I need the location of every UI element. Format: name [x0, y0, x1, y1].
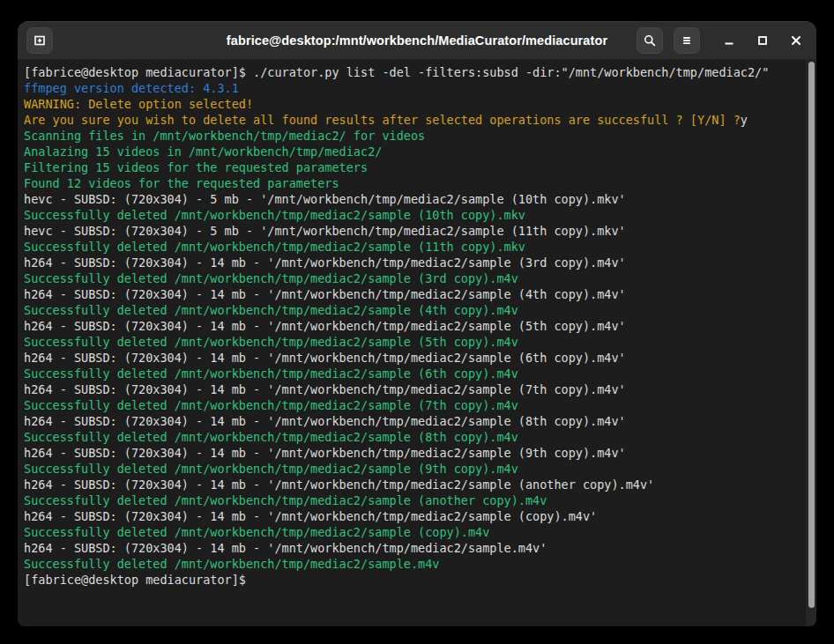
- terminal-line: h264 - SUBSD: (720x304) - 14 mb - '/mnt/…: [24, 255, 800, 270]
- search-icon: [643, 33, 657, 48]
- desktop-background: fabrice@desktop:/mnt/workbench/MediaCura…: [0, 0, 834, 644]
- terminal-line: [fabrice@desktop mediacurator]$: [24, 572, 800, 588]
- terminal-line: h264 - SUBSD: (720x304) - 14 mb - '/mnt/…: [24, 381, 800, 397]
- terminal-line: ffmpeg version detected: 4.3.1: [24, 80, 800, 96]
- terminal-line: Successfully deleted /mnt/workbench/tmp/…: [24, 524, 800, 540]
- terminal-line: Successfully deleted /mnt/workbench/tmp/…: [24, 334, 800, 350]
- terminal-line: Found 12 videos for the requested parame…: [24, 175, 800, 191]
- terminal-line: [fabrice@desktop mediacurator]$ ./curato…: [24, 64, 800, 80]
- terminal-line: h264 - SUBSD: (720x304) - 14 mb - '/mnt/…: [24, 318, 800, 334]
- terminal-line: Successfully deleted /mnt/workbench/tmp/…: [24, 461, 800, 477]
- terminal-line: h264 - SUBSD: (720x304) - 14 mb - '/mnt/…: [24, 445, 800, 461]
- hamburger-menu-icon: [680, 33, 694, 48]
- terminal-window: fabrice@desktop:/mnt/workbench/MediaCura…: [18, 21, 816, 626]
- terminal-line: h264 - SUBSD: (720x304) - 14 mb - '/mnt/…: [24, 540, 800, 556]
- terminal-line: Successfully deleted /mnt/workbench/tmp/…: [24, 270, 800, 286]
- terminal-line: Successfully deleted /mnt/workbench/tmp/…: [24, 302, 800, 318]
- minimize-icon: [722, 33, 736, 48]
- terminal-line: Successfully deleted /mnt/workbench/tmp/…: [24, 429, 800, 445]
- minimize-button[interactable]: [718, 29, 741, 52]
- terminal-line: Analazing 15 videos in /mnt/workbench/tm…: [24, 144, 800, 159]
- terminal-line: h264 - SUBSD: (720x304) - 14 mb - '/mnt/…: [24, 413, 800, 429]
- terminal-line: h264 - SUBSD: (720x304) - 14 mb - '/mnt/…: [24, 286, 800, 302]
- terminal-line: Are you sure you wish to delete all foun…: [24, 112, 800, 128]
- terminal-line: WARNING: Delete option selected!: [24, 96, 800, 112]
- titlebar-controls: [637, 27, 808, 54]
- maximize-icon: [756, 33, 770, 48]
- maximize-button[interactable]: [751, 29, 774, 52]
- tab-new-icon: [33, 33, 47, 48]
- terminal-line: Successfully deleted /mnt/workbench/tmp/…: [24, 397, 800, 413]
- scrollbar-thumb[interactable]: [808, 62, 815, 608]
- terminal-line: Successfully deleted /mnt/workbench/tmp/…: [24, 207, 800, 223]
- terminal-line: Scanning files in /mnt/workbench/tmp/med…: [24, 128, 800, 144]
- terminal-line: Successfully deleted /mnt/workbench/tmp/…: [24, 556, 800, 572]
- terminal-line: Successfully deleted /mnt/workbench/tmp/…: [24, 492, 800, 508]
- terminal-screen[interactable]: [fabrice@desktop mediacurator]$ ./curato…: [18, 60, 816, 625]
- titlebar[interactable]: fabrice@desktop:/mnt/workbench/MediaCura…: [18, 21, 816, 60]
- terminal-line: Successfully deleted /mnt/workbench/tmp/…: [24, 239, 800, 255]
- terminal-output: [fabrice@desktop mediacurator]$ ./curato…: [18, 60, 816, 592]
- window-title: fabrice@desktop:/mnt/workbench/MediaCura…: [227, 33, 607, 48]
- terminal-line: h264 - SUBSD: (720x304) - 14 mb - '/mnt/…: [24, 508, 800, 524]
- menu-button[interactable]: [674, 27, 700, 54]
- close-button[interactable]: [785, 29, 808, 52]
- scrollbar[interactable]: [805, 60, 816, 625]
- search-button[interactable]: [637, 27, 663, 54]
- terminal-line: Successfully deleted /mnt/workbench/tmp/…: [24, 366, 800, 381]
- terminal-line: h264 - SUBSD: (720x304) - 14 mb - '/mnt/…: [24, 350, 800, 366]
- terminal-line: h264 - SUBSD: (720x304) - 14 mb - '/mnt/…: [24, 477, 800, 492]
- terminal-line: hevc - SUBSD: (720x304) - 5 mb - '/mnt/w…: [24, 191, 800, 207]
- close-icon: [789, 33, 803, 48]
- new-tab-button[interactable]: [26, 27, 53, 54]
- terminal-line: Filtering 15 videos for the requested pa…: [24, 159, 800, 175]
- terminal-line: hevc - SUBSD: (720x304) - 5 mb - '/mnt/w…: [24, 223, 800, 239]
